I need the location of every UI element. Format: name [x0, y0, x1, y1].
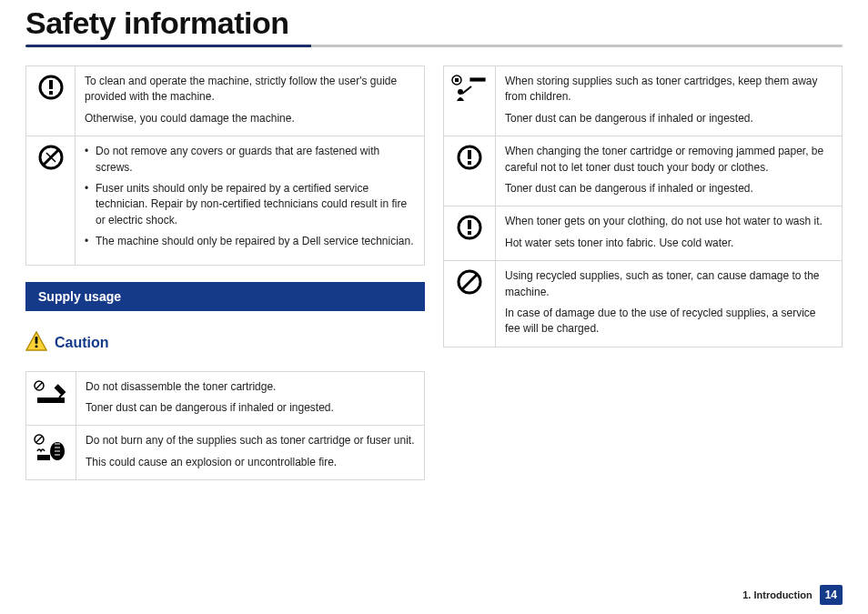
right-column: When storing supplies such as toner cart…: [443, 65, 843, 493]
svg-rect-23: [468, 220, 471, 229]
prohibit-circle-icon: [444, 261, 496, 347]
svg-line-9: [36, 382, 43, 388]
svg-rect-1: [49, 80, 53, 89]
table-row: When toner gets on your clothing, do not…: [444, 206, 843, 261]
table-row: To clean and operate the machine, strict…: [26, 66, 425, 136]
cell-text: Do not burn any of the supplies such as …: [76, 426, 425, 480]
title-underline: [25, 45, 843, 47]
cell-text: When storing supplies such as toner cart…: [496, 66, 843, 136]
caution-label: Caution: [55, 335, 109, 351]
exclaim-circle-icon: [26, 66, 76, 136]
svg-rect-6: [35, 337, 38, 344]
burn-cartridge-icon: [26, 426, 76, 480]
keep-away-child-icon: [444, 66, 496, 136]
svg-line-26: [461, 274, 478, 290]
paragraph: When toner gets on your clothing, do not…: [505, 214, 833, 229]
top-left-table: To clean and operate the machine, strict…: [25, 65, 425, 266]
paragraph: When storing supplies such as toner cart…: [505, 74, 833, 106]
svg-rect-2: [49, 91, 53, 95]
table-row: Using recycled supplies, such as toner, …: [444, 261, 843, 347]
cell-text: When changing the toner cartridge or rem…: [496, 136, 843, 206]
svg-rect-16: [469, 77, 486, 82]
cell-text: Using recycled supplies, such as toner, …: [496, 261, 843, 347]
bottom-left-table: Do not disassemble the toner cartridge. …: [25, 371, 425, 481]
paragraph: Otherwise, you could damage the machine.: [85, 111, 415, 126]
left-column: To clean and operate the machine, strict…: [25, 65, 425, 493]
paragraph: Hot water sets toner into fabric. Use co…: [505, 236, 833, 251]
page-footer: 1. Introduction 14: [742, 585, 843, 605]
disassemble-cartridge-icon: [26, 371, 76, 426]
table-row: Do not remove any covers or guards that …: [26, 136, 425, 265]
svg-rect-13: [37, 455, 50, 460]
cell-text: Do not remove any covers or guards that …: [76, 136, 425, 265]
svg-rect-15: [455, 78, 459, 82]
cell-text: When toner gets on your clothing, do not…: [496, 206, 843, 261]
prohibit-tools-icon: [26, 136, 76, 265]
table-row: Do not disassemble the toner cartridge. …: [26, 371, 425, 426]
list-item: Do not remove any covers or guards that …: [85, 144, 415, 176]
warning-triangle-icon: [25, 331, 47, 355]
paragraph: Toner dust can be dangerous if inhaled o…: [505, 111, 833, 126]
svg-line-12: [36, 437, 43, 443]
list-item: The machine should only be repaired by a…: [85, 234, 415, 249]
paragraph: This could cause an explosion or uncontr…: [86, 455, 415, 470]
paragraph: Do not disassemble the toner cartridge.: [86, 379, 415, 395]
caution-heading: Caution: [25, 331, 425, 355]
paragraph: Toner dust can be dangerous if inhaled o…: [505, 181, 833, 196]
section-header: Supply usage: [25, 282, 425, 311]
exclaim-circle-icon: [444, 206, 496, 261]
paragraph: Toner dust can be dangerous if inhaled o…: [86, 400, 415, 416]
right-table: When storing supplies such as toner cart…: [443, 65, 843, 347]
cell-text: Do not disassemble the toner cartridge. …: [76, 371, 425, 426]
table-row: Do not burn any of the supplies such as …: [26, 426, 425, 480]
exclaim-circle-icon: [444, 136, 496, 206]
paragraph: Do not burn any of the supplies such as …: [86, 433, 415, 448]
cell-text: To clean and operate the machine, strict…: [76, 66, 425, 136]
page-number: 14: [820, 585, 843, 605]
svg-rect-20: [468, 150, 471, 159]
content-columns: To clean and operate the machine, strict…: [25, 65, 843, 493]
table-row: When changing the toner cartridge or rem…: [444, 136, 843, 206]
paragraph: In case of damage due to the use of recy…: [505, 306, 833, 337]
svg-rect-21: [468, 161, 471, 165]
svg-rect-7: [35, 345, 38, 347]
table-row: When storing supplies such as toner cart…: [444, 66, 843, 136]
list-item: Fuser units should only be repaired by a…: [85, 181, 415, 228]
svg-rect-10: [37, 398, 65, 403]
paragraph: When changing the toner cartridge or rem…: [505, 144, 833, 176]
page-title: Safety information: [25, 0, 843, 45]
paragraph: Using recycled supplies, such as toner, …: [505, 268, 833, 300]
chapter-label: 1. Introduction: [742, 589, 812, 600]
bullet-list: Do not remove any covers or guards that …: [85, 144, 415, 249]
svg-rect-24: [468, 231, 471, 235]
paragraph: To clean and operate the machine, strict…: [85, 74, 415, 106]
